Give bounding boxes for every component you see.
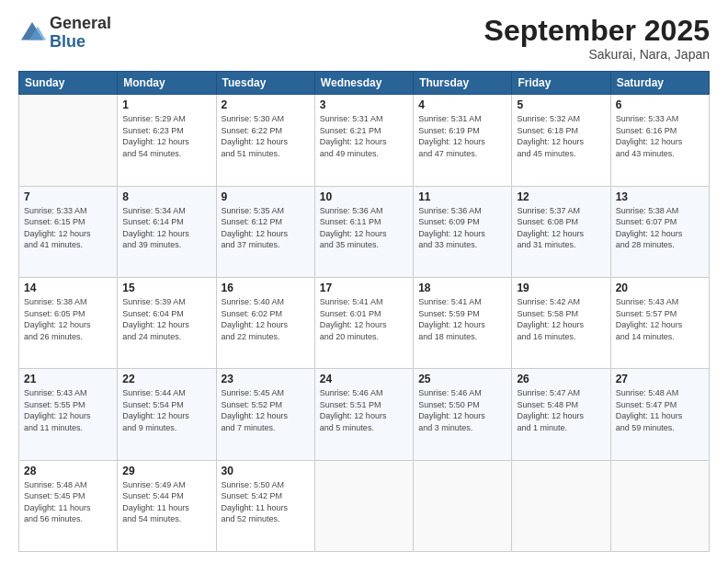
month-title: September 2025 xyxy=(484,15,710,47)
weekday-header: Saturday xyxy=(610,72,709,95)
calendar-cell xyxy=(512,460,610,551)
weekday-header: Wednesday xyxy=(314,72,413,95)
title-block: September 2025 Sakurai, Nara, Japan xyxy=(484,15,710,62)
day-info: Sunrise: 5:48 AMSunset: 5:45 PMDaylight:… xyxy=(24,479,112,525)
calendar-cell: 24Sunrise: 5:46 AMSunset: 5:51 PMDayligh… xyxy=(314,369,413,460)
day-number: 6 xyxy=(616,98,704,111)
calendar-cell: 29Sunrise: 5:49 AMSunset: 5:44 PMDayligh… xyxy=(118,460,216,551)
calendar-cell: 11Sunrise: 5:36 AMSunset: 6:09 PMDayligh… xyxy=(414,186,512,277)
day-number: 9 xyxy=(222,190,310,203)
day-info: Sunrise: 5:31 AMSunset: 6:19 PMDaylight:… xyxy=(418,113,506,159)
day-number: 1 xyxy=(122,98,210,111)
day-number: 15 xyxy=(122,282,210,294)
day-info: Sunrise: 5:46 AMSunset: 5:50 PMDaylight:… xyxy=(418,387,506,433)
logo: General Blue xyxy=(18,15,111,52)
calendar-cell: 20Sunrise: 5:43 AMSunset: 5:57 PMDayligh… xyxy=(610,277,709,368)
calendar-cell: 21Sunrise: 5:43 AMSunset: 5:55 PMDayligh… xyxy=(19,369,118,460)
day-number: 12 xyxy=(517,190,605,203)
day-number: 10 xyxy=(320,190,408,203)
day-info: Sunrise: 5:32 AMSunset: 6:18 PMDaylight:… xyxy=(517,113,605,159)
day-number: 30 xyxy=(222,465,310,477)
day-number: 14 xyxy=(24,282,112,294)
calendar-cell: 5Sunrise: 5:32 AMSunset: 6:18 PMDaylight… xyxy=(512,95,610,186)
weekday-header: Monday xyxy=(118,72,216,95)
calendar-week-row: 1Sunrise: 5:29 AMSunset: 6:23 PMDaylight… xyxy=(19,95,710,186)
logo-general-text: General xyxy=(50,14,111,32)
day-number: 21 xyxy=(24,373,112,385)
day-number: 3 xyxy=(320,98,408,111)
day-number: 17 xyxy=(320,282,408,294)
calendar-cell: 2Sunrise: 5:30 AMSunset: 6:22 PMDaylight… xyxy=(216,95,314,186)
day-number: 5 xyxy=(517,98,605,111)
logo-icon xyxy=(18,19,46,47)
calendar-cell: 25Sunrise: 5:46 AMSunset: 5:50 PMDayligh… xyxy=(414,369,512,460)
day-info: Sunrise: 5:41 AMSunset: 6:01 PMDaylight:… xyxy=(320,296,408,342)
day-info: Sunrise: 5:46 AMSunset: 5:51 PMDaylight:… xyxy=(320,387,408,433)
day-number: 26 xyxy=(517,373,605,385)
day-info: Sunrise: 5:44 AMSunset: 5:54 PMDaylight:… xyxy=(122,387,210,433)
calendar-cell: 4Sunrise: 5:31 AMSunset: 6:19 PMDaylight… xyxy=(414,95,512,186)
calendar-cell: 26Sunrise: 5:47 AMSunset: 5:48 PMDayligh… xyxy=(512,369,610,460)
calendar-cell: 3Sunrise: 5:31 AMSunset: 6:21 PMDaylight… xyxy=(314,95,413,186)
weekday-header: Friday xyxy=(512,72,610,95)
day-number: 28 xyxy=(24,465,112,477)
calendar-cell: 13Sunrise: 5:38 AMSunset: 6:07 PMDayligh… xyxy=(610,186,709,277)
calendar-week-row: 7Sunrise: 5:33 AMSunset: 6:15 PMDaylight… xyxy=(19,186,710,277)
day-number: 18 xyxy=(418,282,506,294)
calendar-cell: 19Sunrise: 5:42 AMSunset: 5:58 PMDayligh… xyxy=(512,277,610,368)
weekday-header: Thursday xyxy=(414,72,512,95)
calendar-cell: 28Sunrise: 5:48 AMSunset: 5:45 PMDayligh… xyxy=(19,460,118,551)
calendar-week-row: 28Sunrise: 5:48 AMSunset: 5:45 PMDayligh… xyxy=(19,460,710,551)
day-info: Sunrise: 5:39 AMSunset: 6:04 PMDaylight:… xyxy=(122,296,210,342)
calendar-cell: 6Sunrise: 5:33 AMSunset: 6:16 PMDaylight… xyxy=(610,95,709,186)
weekday-header: Tuesday xyxy=(216,72,314,95)
page-header: General Blue September 2025 Sakurai, Nar… xyxy=(18,15,710,62)
calendar-cell: 9Sunrise: 5:35 AMSunset: 6:12 PMDaylight… xyxy=(216,186,314,277)
calendar-cell: 27Sunrise: 5:48 AMSunset: 5:47 PMDayligh… xyxy=(610,369,709,460)
calendar-cell: 7Sunrise: 5:33 AMSunset: 6:15 PMDaylight… xyxy=(19,186,118,277)
calendar-cell: 22Sunrise: 5:44 AMSunset: 5:54 PMDayligh… xyxy=(118,369,216,460)
calendar-cell: 23Sunrise: 5:45 AMSunset: 5:52 PMDayligh… xyxy=(216,369,314,460)
calendar-cell: 16Sunrise: 5:40 AMSunset: 6:02 PMDayligh… xyxy=(216,277,314,368)
calendar-cell: 14Sunrise: 5:38 AMSunset: 6:05 PMDayligh… xyxy=(19,277,118,368)
calendar-cell: 17Sunrise: 5:41 AMSunset: 6:01 PMDayligh… xyxy=(314,277,413,368)
calendar-cell: 12Sunrise: 5:37 AMSunset: 6:08 PMDayligh… xyxy=(512,186,610,277)
day-number: 27 xyxy=(616,373,704,385)
day-number: 22 xyxy=(122,373,210,385)
day-info: Sunrise: 5:29 AMSunset: 6:23 PMDaylight:… xyxy=(122,113,210,159)
day-info: Sunrise: 5:35 AMSunset: 6:12 PMDaylight:… xyxy=(222,205,310,251)
day-number: 7 xyxy=(24,190,112,203)
calendar-cell xyxy=(314,460,413,551)
day-number: 29 xyxy=(122,465,210,477)
day-info: Sunrise: 5:43 AMSunset: 5:57 PMDaylight:… xyxy=(616,296,704,342)
calendar-cell xyxy=(414,460,512,551)
logo-blue-text: Blue xyxy=(50,32,85,51)
calendar-table: SundayMondayTuesdayWednesdayThursdayFrid… xyxy=(18,71,710,552)
day-info: Sunrise: 5:37 AMSunset: 6:08 PMDaylight:… xyxy=(517,205,605,251)
day-info: Sunrise: 5:47 AMSunset: 5:48 PMDaylight:… xyxy=(517,387,605,433)
day-number: 13 xyxy=(616,190,704,203)
day-number: 23 xyxy=(222,373,310,385)
day-info: Sunrise: 5:42 AMSunset: 5:58 PMDaylight:… xyxy=(517,296,605,342)
calendar-cell xyxy=(610,460,709,551)
day-number: 4 xyxy=(418,98,506,111)
calendar-week-row: 21Sunrise: 5:43 AMSunset: 5:55 PMDayligh… xyxy=(19,369,710,460)
day-info: Sunrise: 5:50 AMSunset: 5:42 PMDaylight:… xyxy=(222,479,310,525)
day-number: 8 xyxy=(122,190,210,203)
calendar-cell: 18Sunrise: 5:41 AMSunset: 5:59 PMDayligh… xyxy=(414,277,512,368)
day-number: 16 xyxy=(222,282,310,294)
day-number: 25 xyxy=(418,373,506,385)
day-number: 19 xyxy=(517,282,605,294)
calendar-header-row: SundayMondayTuesdayWednesdayThursdayFrid… xyxy=(19,72,710,95)
day-number: 20 xyxy=(616,282,704,294)
day-info: Sunrise: 5:49 AMSunset: 5:44 PMDaylight:… xyxy=(122,479,210,525)
day-info: Sunrise: 5:33 AMSunset: 6:15 PMDaylight:… xyxy=(24,205,112,251)
calendar-cell xyxy=(19,95,118,186)
day-info: Sunrise: 5:38 AMSunset: 6:05 PMDaylight:… xyxy=(24,296,112,342)
calendar-cell: 10Sunrise: 5:36 AMSunset: 6:11 PMDayligh… xyxy=(314,186,413,277)
day-info: Sunrise: 5:38 AMSunset: 6:07 PMDaylight:… xyxy=(616,205,704,251)
location-subtitle: Sakurai, Nara, Japan xyxy=(484,47,710,62)
calendar-week-row: 14Sunrise: 5:38 AMSunset: 6:05 PMDayligh… xyxy=(19,277,710,368)
day-info: Sunrise: 5:41 AMSunset: 5:59 PMDaylight:… xyxy=(418,296,506,342)
day-info: Sunrise: 5:36 AMSunset: 6:11 PMDaylight:… xyxy=(320,205,408,251)
